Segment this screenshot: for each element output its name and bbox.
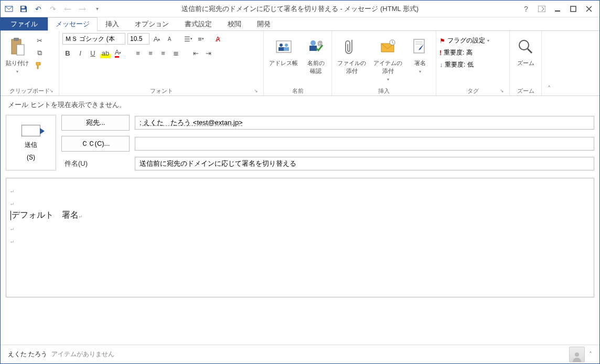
- window-controls: ?: [516, 3, 599, 15]
- svg-rect-15: [284, 47, 289, 51]
- format-painter-icon[interactable]: [34, 60, 45, 71]
- bold-icon[interactable]: B: [62, 48, 73, 58]
- save-icon[interactable]: [17, 3, 30, 15]
- maximize-icon[interactable]: [566, 3, 581, 15]
- underline-icon[interactable]: U: [88, 48, 98, 58]
- svg-rect-21: [414, 39, 424, 53]
- paragraph-mark-icon: ↵: [79, 213, 82, 219]
- bullets-icon[interactable]: ☰▾: [183, 34, 194, 44]
- font-size-select[interactable]: [127, 33, 149, 45]
- minimize-icon[interactable]: [550, 3, 565, 15]
- clear-format-icon[interactable]: A̷: [212, 34, 223, 44]
- message-body[interactable]: ↵ ↵ デフォルト 署名↵ ↵ ↵: [6, 178, 594, 297]
- importance-low-button[interactable]: ↓ 重要度: 低: [440, 60, 474, 69]
- tab-file[interactable]: ファイル: [1, 17, 48, 30]
- grow-font-icon[interactable]: A▴: [152, 34, 162, 44]
- attach-file-label: ファイルの 添付: [337, 59, 366, 75]
- ribbon-display-icon[interactable]: [534, 3, 549, 15]
- align-right-icon[interactable]: ≡: [158, 48, 168, 58]
- paragraph-mark-icon: ↵: [10, 200, 14, 206]
- next-icon[interactable]: 🡒: [76, 3, 89, 15]
- tab-message[interactable]: メッセージ: [48, 17, 98, 31]
- svg-rect-14: [278, 47, 284, 51]
- group-tags: ⚑ フラグの設定 ▾ ! 重要度: 高 ↓ 重要度: 低 タグ↘: [436, 31, 510, 95]
- cc-field[interactable]: [135, 137, 594, 151]
- tab-review[interactable]: 校閲: [220, 17, 249, 30]
- paragraph-mark-icon: ↵: [10, 188, 14, 194]
- numbering-icon[interactable]: ≡▾: [196, 34, 206, 44]
- align-center-icon[interactable]: ≡: [145, 48, 156, 58]
- cc-button[interactable]: ＣＣ(C)...: [61, 136, 130, 152]
- attach-item-icon: [380, 36, 397, 57]
- highlight-icon[interactable]: ab: [100, 48, 111, 58]
- address-book-button[interactable]: アドレス帳: [267, 33, 300, 70]
- paperclip-icon: [345, 36, 359, 57]
- subject-field[interactable]: 送信前に宛先のドメインに応じて署名を切り替える: [135, 157, 594, 170]
- tab-format[interactable]: 書式設定: [177, 17, 220, 30]
- italic-icon[interactable]: I: [75, 48, 85, 58]
- titlebar: ↶ ↷ 🡐 🡒 ▾ 送信前に宛先のドメインに応じて署名を切り替える - メッセー…: [1, 1, 599, 17]
- people-pane-toggle-icon[interactable]: ˄: [589, 351, 592, 358]
- to-field[interactable]: ; えくた たろう <test@extan.jp>: [135, 116, 594, 130]
- svg-rect-1: [22, 6, 25, 8]
- collapse-ribbon-icon[interactable]: ˄: [542, 31, 556, 95]
- tab-insert[interactable]: 挿入: [98, 17, 127, 30]
- font-family-select[interactable]: [62, 33, 125, 45]
- help-icon[interactable]: ?: [519, 3, 533, 15]
- clipboard-launcher-icon[interactable]: ↘: [48, 88, 55, 94]
- subject-label: 件名(U): [61, 159, 130, 168]
- mail-tip: メール ヒントを現在表示できません。: [1, 96, 599, 114]
- group-include-label: 挿入: [378, 88, 390, 94]
- undo-icon[interactable]: ↶: [32, 3, 45, 15]
- align-left-icon[interactable]: ≡: [133, 48, 143, 58]
- qat-app-icon[interactable]: [3, 3, 15, 15]
- paste-label: 貼り付け: [6, 59, 29, 67]
- address-book-label: アドレス帳: [269, 59, 298, 67]
- signature-button[interactable]: 署名 ▾: [408, 33, 433, 77]
- svg-line-25: [528, 49, 532, 53]
- subject-value: 送信前に宛先のドメインに応じて署名を切り替える: [140, 159, 296, 168]
- importance-high-button[interactable]: ! 重要度: 高: [440, 48, 473, 57]
- arrow-down-icon: ↓: [440, 61, 443, 69]
- indent-dec-icon[interactable]: ⇤: [190, 48, 201, 58]
- importance-high-label: 重要度: 高: [444, 48, 473, 57]
- attach-file-button[interactable]: ファイルの 添付: [335, 33, 368, 78]
- align-justify-icon[interactable]: ≣: [170, 48, 181, 58]
- ribbon-tabs: ファイル メッセージ 挿入 オプション 書式設定 校閲 開発: [1, 17, 599, 31]
- indent-inc-icon[interactable]: ⇥: [203, 48, 213, 58]
- avatar[interactable]: [569, 347, 585, 362]
- font-color-icon[interactable]: A▾: [113, 48, 123, 58]
- group-zoom-label: ズーム: [517, 88, 534, 94]
- qat-customize-icon[interactable]: ▾: [91, 3, 103, 15]
- group-clipboard-label: クリップボード: [9, 88, 50, 94]
- prev-icon[interactable]: 🡐: [61, 3, 74, 15]
- group-font: A▴ A ☰▾ ≡▾ A̷ B I U ab A▾ ≡ ≡ ≡ ≣ ⇤: [59, 31, 264, 95]
- tab-options[interactable]: オプション: [127, 17, 177, 30]
- redo-icon[interactable]: ↷: [47, 3, 59, 15]
- paste-icon: [9, 36, 25, 57]
- shrink-font-icon[interactable]: A: [164, 34, 175, 44]
- check-names-button[interactable]: @ 名前の 確認: [303, 33, 328, 78]
- zoom-button[interactable]: ズーム: [513, 33, 538, 70]
- flag-label: フラグの設定: [447, 36, 485, 45]
- close-icon[interactable]: [582, 3, 596, 15]
- magnifier-icon: [517, 36, 534, 57]
- send-button[interactable]: 送信 (S): [6, 115, 56, 170]
- quick-access-toolbar: ↶ ↷ 🡐 🡒 ▾: [1, 3, 105, 15]
- svg-point-13: [285, 44, 288, 47]
- tab-developer[interactable]: 開発: [249, 17, 278, 30]
- tags-launcher-icon[interactable]: ↘: [499, 88, 505, 94]
- ribbon: 貼り付け ▾ ✂ ⧉ クリップボード↘ A▴ A ☰▾ ≡▾: [1, 31, 599, 96]
- status-bar: えくた たろう アイテムがありません ˄: [1, 345, 599, 363]
- to-button[interactable]: 宛先...: [61, 115, 130, 131]
- copy-icon[interactable]: ⧉: [34, 48, 45, 58]
- svg-rect-3: [538, 6, 545, 12]
- flag-button[interactable]: ⚑ フラグの設定 ▾: [440, 36, 489, 45]
- svg-rect-17: [309, 46, 317, 51]
- font-launcher-icon[interactable]: ↘: [253, 88, 259, 94]
- send-icon: [22, 125, 40, 136]
- attach-item-button[interactable]: アイテムの 添付 ▾: [371, 33, 404, 85]
- paste-button[interactable]: 貼り付け ▾: [4, 33, 31, 77]
- cut-icon[interactable]: ✂: [34, 35, 45, 46]
- signature-label: 署名: [414, 59, 426, 67]
